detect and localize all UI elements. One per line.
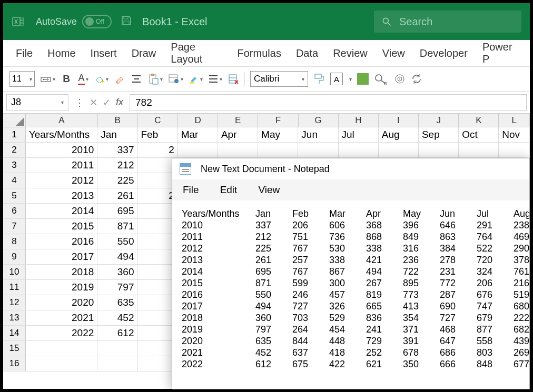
cell[interactable]: 2012: [26, 173, 97, 188]
cell[interactable]: [97, 341, 137, 356]
align-center-button[interactable]: [131, 72, 142, 86]
cell-style-button[interactable]: A: [330, 73, 343, 85]
column-header[interactable]: B: [98, 114, 138, 127]
row-header[interactable]: 5: [3, 188, 26, 203]
column-header[interactable]: E: [218, 114, 258, 127]
cell[interactable]: [339, 143, 379, 157]
row-header[interactable]: 6: [3, 204, 26, 218]
cell[interactable]: 2017: [26, 249, 97, 264]
cell[interactable]: 2021: [26, 310, 97, 325]
column-header[interactable]: J: [419, 114, 459, 127]
ribbon-tab-file[interactable]: File: [16, 47, 33, 59]
merge-center-button[interactable]: ▾: [40, 72, 55, 86]
zoom-button[interactable]: [374, 72, 389, 86]
cell[interactable]: 225: [97, 173, 137, 188]
cell[interactable]: Jun: [298, 127, 338, 142]
font-size-select[interactable]: 11▾: [9, 71, 35, 87]
cell[interactable]: [459, 143, 499, 157]
column-header[interactable]: H: [339, 114, 379, 127]
ribbon-tab-page-layout[interactable]: Page Layout: [171, 41, 222, 65]
bold-button[interactable]: B: [61, 72, 72, 86]
notepad-menu-file[interactable]: File: [183, 184, 199, 196]
notepad-menu-edit[interactable]: Edit: [220, 184, 238, 196]
cell[interactable]: May: [258, 127, 298, 142]
cancel-icon[interactable]: ✕: [90, 97, 97, 108]
cell[interactable]: [499, 143, 530, 157]
row-header[interactable]: 16: [3, 356, 26, 371]
vertical-dots-icon[interactable]: ⋮: [75, 97, 84, 108]
row-header[interactable]: 2: [3, 143, 26, 157]
cell[interactable]: Mar: [178, 127, 218, 142]
cell[interactable]: 871: [97, 219, 137, 234]
cell[interactable]: 212: [97, 158, 137, 173]
column-header[interactable]: C: [138, 114, 178, 127]
cell[interactable]: [298, 143, 338, 157]
search-box[interactable]: Search: [374, 11, 521, 33]
column-header[interactable]: L: [499, 114, 530, 127]
row-header[interactable]: 11: [3, 280, 26, 295]
ribbon-tab-power-p[interactable]: Power P: [482, 41, 517, 65]
save-icon[interactable]: [120, 14, 133, 29]
row-header[interactable]: 13: [3, 310, 26, 325]
row-header[interactable]: 12: [3, 295, 26, 310]
name-box[interactable]: J8 ▾: [6, 94, 68, 111]
target-button[interactable]: [394, 72, 406, 86]
cell[interactable]: 2019: [26, 280, 97, 295]
column-header[interactable]: G: [299, 114, 339, 127]
font-color-button[interactable]: A▾: [77, 72, 89, 86]
cell[interactable]: 494: [97, 249, 137, 264]
font-name-select[interactable]: Calibri▾: [250, 71, 308, 87]
filter-button[interactable]: ▾: [168, 72, 183, 86]
cell[interactable]: 2: [138, 143, 178, 157]
cell[interactable]: 337: [97, 143, 137, 157]
cell[interactable]: [419, 143, 459, 157]
ribbon-tab-review[interactable]: Review: [333, 47, 368, 59]
ribbon-tab-view[interactable]: View: [382, 47, 405, 59]
row-header[interactable]: 7: [3, 219, 26, 234]
row-header[interactable]: 3: [3, 158, 26, 173]
ribbon-tab-data[interactable]: Data: [296, 47, 318, 59]
ribbon-tab-formulas[interactable]: Formulas: [238, 47, 281, 59]
cell[interactable]: [26, 341, 97, 356]
row-header[interactable]: 15: [3, 341, 26, 356]
cell[interactable]: 261: [97, 188, 137, 203]
column-header[interactable]: A: [26, 114, 98, 127]
cell[interactable]: 550: [97, 234, 137, 249]
cell[interactable]: 2016: [26, 234, 97, 249]
notepad-menu-view[interactable]: View: [258, 184, 280, 196]
align-menu-button[interactable]: ▾: [208, 72, 222, 86]
cell[interactable]: 797: [97, 280, 137, 295]
notepad-body[interactable]: Years/MonthsJanFebMarAprMayJunJulAug2010…: [172, 200, 529, 377]
ribbon-tab-developer[interactable]: Developer: [420, 47, 468, 59]
cell[interactable]: 360: [97, 265, 137, 279]
cell[interactable]: 452: [97, 310, 137, 325]
refresh-button[interactable]: [411, 72, 422, 86]
cell[interactable]: Years/Months: [26, 127, 97, 142]
fill-color-button[interactable]: ▾: [94, 72, 108, 86]
cell[interactable]: 2013: [26, 188, 97, 203]
ribbon-tab-home[interactable]: Home: [47, 47, 75, 59]
enter-icon[interactable]: ✓: [103, 97, 111, 108]
cell[interactable]: Apr: [218, 127, 258, 142]
clear-formatting-button[interactable]: [114, 72, 125, 86]
paste-button[interactable]: ▾: [147, 72, 163, 86]
cell[interactable]: Nov: [499, 127, 530, 142]
column-header[interactable]: I: [379, 114, 419, 127]
highlight-button[interactable]: ▾: [189, 72, 203, 86]
ribbon-tab-insert[interactable]: Insert: [91, 47, 117, 59]
notepad-title-bar[interactable]: New Text Document - Notepad: [172, 158, 529, 179]
cell[interactable]: [218, 143, 258, 157]
cell[interactable]: Aug: [379, 127, 419, 142]
cell[interactable]: 2010: [26, 143, 97, 157]
cell[interactable]: 2015: [26, 219, 97, 234]
column-header[interactable]: F: [258, 114, 298, 127]
column-header[interactable]: K: [459, 114, 499, 127]
row-header[interactable]: 14: [3, 326, 26, 340]
cell[interactable]: Feb: [138, 127, 178, 142]
row-header[interactable]: 1: [3, 127, 26, 142]
cell[interactable]: 695: [97, 204, 137, 218]
select-all-corner[interactable]: [3, 114, 26, 127]
cell[interactable]: [26, 356, 97, 371]
row-header[interactable]: 4: [3, 173, 26, 188]
column-header[interactable]: D: [178, 114, 218, 127]
